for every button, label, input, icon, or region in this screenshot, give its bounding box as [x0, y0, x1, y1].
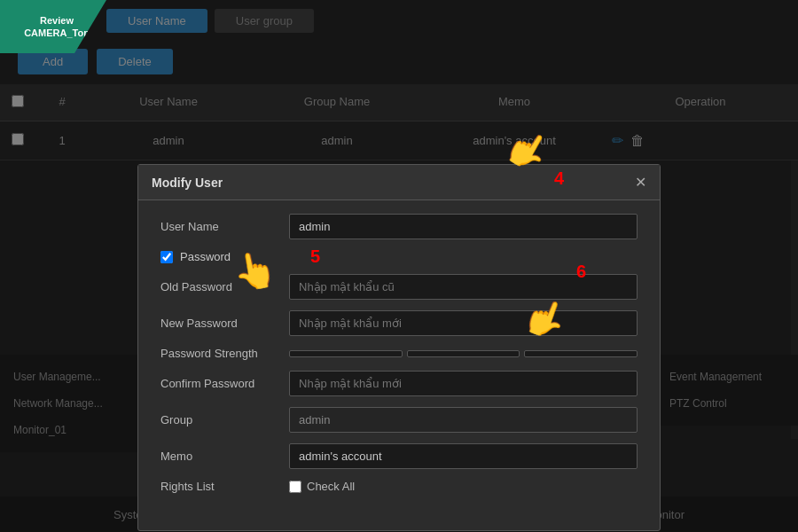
memo-row: Memo	[160, 443, 638, 469]
modify-user-modal: Modify User ✕ User Name Password Old Pas…	[137, 164, 661, 531]
check-all-area: Check All	[289, 480, 355, 493]
confirm-password-input[interactable]	[289, 371, 638, 396]
modal-title: Modify User	[152, 176, 223, 190]
check-all-label: Check All	[307, 480, 355, 493]
strength-seg-3	[524, 350, 638, 357]
banner-text: Review CAMERA_Top	[24, 14, 90, 40]
memo-label: Memo	[160, 450, 289, 463]
old-password-row: Old Password	[160, 274, 638, 300]
username-label: User Name	[160, 220, 289, 233]
group-label: Group	[160, 413, 289, 426]
confirm-password-label: Confirm Password	[160, 377, 289, 390]
strength-seg-1	[289, 350, 403, 357]
modal-close-button[interactable]: ✕	[635, 174, 646, 191]
group-input[interactable]	[289, 407, 638, 433]
strength-seg-2	[407, 350, 520, 357]
memo-input[interactable]	[289, 443, 638, 469]
password-label-area: Password	[160, 250, 289, 263]
strength-label: Password Strength	[160, 347, 289, 360]
new-password-label: New Password	[160, 317, 289, 330]
modal-body: User Name Password Old Password New Pass…	[138, 200, 660, 517]
new-password-row: New Password	[160, 310, 638, 336]
password-checkbox-row: Password	[160, 250, 638, 263]
check-all-checkbox[interactable]	[289, 481, 301, 493]
old-password-input[interactable]	[289, 274, 638, 300]
password-label-text: Password	[180, 250, 231, 263]
confirm-password-row: Confirm Password	[160, 371, 638, 396]
strength-bar	[289, 350, 638, 357]
old-password-label: Old Password	[160, 280, 289, 293]
modal-header: Modify User ✕	[138, 165, 660, 200]
username-input[interactable]	[289, 214, 638, 239]
group-row: Group	[160, 407, 638, 433]
rights-row: Rights List Check All	[160, 480, 638, 493]
password-checkbox[interactable]	[160, 251, 173, 263]
new-password-input[interactable]	[289, 310, 638, 336]
username-row: User Name	[160, 214, 638, 239]
strength-row: Password Strength	[160, 347, 638, 360]
rights-label: Rights List	[160, 480, 289, 493]
